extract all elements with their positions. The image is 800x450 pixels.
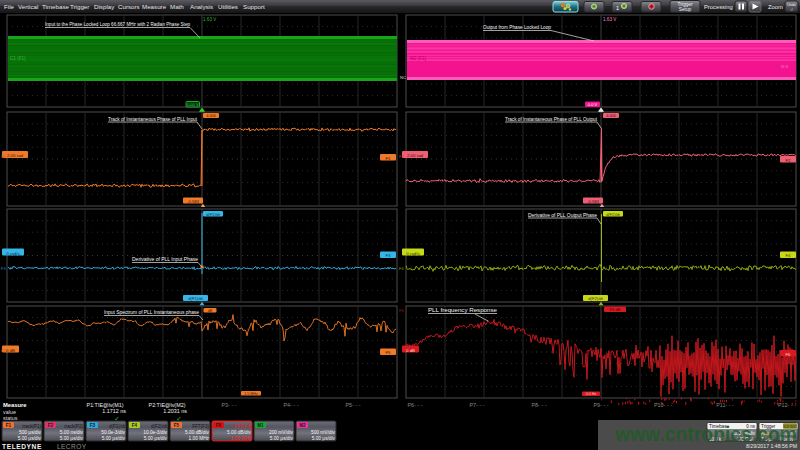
svg-text:F6: F6 — [785, 352, 791, 357]
svg-text:F1: F1 — [1, 154, 6, 159]
svg-text:0.0 Hz: 0.0 Hz — [586, 392, 597, 396]
svg-text:Input to the Phase Locked Loop: Input to the Phase Locked Loop 66.667 MH… — [45, 21, 190, 27]
svg-text:F4: F4 — [132, 423, 138, 428]
svg-text:d(F2)/dt: d(F2)/dt — [588, 296, 603, 301]
svg-text:5.00 dB/div: 5.00 dB/div — [185, 430, 210, 435]
svg-text:✓: ✓ — [176, 415, 181, 422]
svg-text:1.63 V: 1.63 V — [603, 17, 617, 22]
svg-text:FFT(F3): FFT(F3) — [192, 424, 209, 429]
svg-text:F1: F1 — [6, 423, 12, 428]
svg-text:P2:TIE@lv(M2): P2:TIE@lv(M2) — [149, 402, 186, 408]
svg-text:F6: F6 — [399, 308, 404, 313]
svg-text:2.00 rad: 2.00 rad — [7, 153, 24, 158]
svg-text:5.00 µs/div: 5.00 µs/div — [270, 436, 294, 441]
svg-text:F6: F6 — [216, 423, 222, 428]
svg-text:5.00 µs/div: 5.00 µs/div — [144, 436, 168, 441]
svg-text:d(F2)/dt: d(F2)/dt — [606, 212, 621, 217]
svg-text:5.00 µs/div: 5.00 µs/div — [102, 436, 126, 441]
svg-text:Timebase: Timebase — [42, 3, 69, 10]
svg-text:0 dB: 0 dB — [6, 348, 15, 353]
svg-text:-0.583: -0.583 — [187, 199, 200, 204]
svg-text:Utilities: Utilities — [218, 3, 238, 10]
svg-text:NC: NC — [400, 75, 406, 80]
svg-text:d(F2)/dt: d(F2)/dt — [151, 424, 168, 429]
svg-text:5.00 µs/div: 5.00 µs/div — [312, 436, 336, 441]
svg-text:Measure: Measure — [3, 402, 27, 408]
svg-text:F5: F5 — [1, 348, 6, 353]
svg-text:0 rad/s: 0 rad/s — [406, 251, 420, 256]
svg-text:LECROY: LECROY — [57, 443, 87, 450]
svg-text:C1 (F1): C1 (F1) — [10, 56, 26, 61]
svg-text:M.8: M.8 — [781, 64, 789, 69]
svg-text:P7- - -: P7- - - — [470, 402, 485, 408]
svg-text:50.0e-3/div: 50.0e-3/div — [101, 430, 125, 435]
svg-text:Derivative of PLL Input Phase: Derivative of PLL Input Phase — [132, 256, 198, 262]
svg-text:track(P2): track(P2) — [64, 424, 83, 429]
svg-text:500 µs/div: 500 µs/div — [19, 430, 42, 435]
svg-text:FFT(F4): FFT(F4) — [234, 424, 251, 429]
svg-text:5.00 dB/div: 5.00 dB/div — [227, 430, 252, 435]
svg-text:Cursors: Cursors — [118, 3, 140, 10]
svg-text:www.cntronics.com: www.cntronics.com — [614, 423, 797, 445]
svg-text:File: File — [4, 3, 15, 10]
svg-text:P9- - -: P9- - - — [594, 402, 609, 408]
svg-text:Setup: Setup — [679, 7, 692, 12]
svg-text:P4- - -: P4- - - — [284, 402, 299, 408]
svg-text:-0.583: -0.583 — [587, 199, 600, 204]
svg-text:5.00 µs/div: 5.00 µs/div — [60, 436, 84, 441]
svg-text:5.00 ns/div: 5.00 ns/div — [60, 430, 84, 435]
svg-text:d(F1)/dt: d(F1)/dt — [188, 296, 203, 301]
svg-text:1.00 MHz: 1.00 MHz — [188, 436, 209, 441]
svg-text:F6 dB: F6 dB — [610, 307, 621, 312]
svg-text:P6- - -: P6- - - — [408, 402, 423, 408]
svg-text:Trigger: Trigger — [677, 2, 692, 7]
svg-text:Input Spectrum of PLL Instanta: Input Spectrum of PLL Instantaneous phas… — [104, 309, 199, 315]
svg-text:PLL frequency Response: PLL frequency Response — [428, 307, 497, 313]
svg-text:Trigger: Trigger — [70, 3, 89, 10]
svg-text:track(P1): track(P1) — [22, 424, 41, 429]
svg-text:5.00 µs/div: 5.00 µs/div — [18, 436, 42, 441]
svg-text:200 mV/div: 200 mV/div — [269, 430, 294, 435]
svg-text:Track of Instantaneous Phase o: Track of Instantaneous Phase of PLL Inpu… — [108, 116, 198, 122]
svg-text:Support: Support — [243, 3, 265, 10]
svg-text:F2: F2 — [785, 158, 791, 163]
svg-text:1.00 MHz: 1.00 MHz — [230, 436, 251, 441]
svg-text:F2: F2 — [399, 154, 404, 159]
svg-text:10.0e-3/div: 10.0e-3/div — [143, 430, 167, 435]
svg-text:P3- - -: P3- - - — [222, 402, 237, 408]
svg-text:P8- - -: P8- - - — [532, 402, 547, 408]
svg-text:Output from Phase Locked Loop: Output from Phase Locked Loop — [483, 24, 551, 30]
svg-text:1.2031 ns: 1.2031 ns — [163, 408, 187, 414]
svg-text:Track of Instantaneous Phase o: Track of Instantaneous Phase of PLL Outp… — [505, 116, 598, 122]
svg-text:0.00 V: 0.00 V — [187, 102, 199, 107]
svg-text:0 rad/s: 0 rad/s — [6, 251, 20, 256]
svg-text:P1:TIE@lv(M1): P1:TIE@lv(M1) — [87, 402, 124, 408]
svg-text:P5- - -: P5- - - — [346, 402, 361, 408]
svg-text:status: status — [3, 415, 18, 421]
svg-text:F3: F3 — [90, 423, 96, 428]
svg-text:d(F1)/dt: d(F1)/dt — [206, 212, 221, 217]
svg-text:4.004: 4.004 — [606, 114, 616, 118]
svg-text:2.00 rad: 2.00 rad — [407, 153, 424, 158]
svg-text:F2: F2 — [48, 423, 54, 428]
svg-text:Math: Math — [170, 3, 184, 10]
svg-text:✓: ✓ — [114, 415, 119, 422]
svg-text:Vertical: Vertical — [18, 3, 38, 10]
svg-text:Zoom: Zoom — [768, 4, 783, 10]
svg-text:Analysis: Analysis — [190, 3, 213, 10]
svg-text:F4: F4 — [399, 266, 404, 271]
svg-text:M1: M1 — [257, 423, 264, 428]
svg-text:1.63 V: 1.63 V — [203, 17, 217, 22]
svg-text:0 dB: 0 dB — [406, 348, 415, 353]
svg-text:1: 1 — [616, 5, 619, 11]
svg-text:F3: F3 — [1, 266, 6, 271]
svg-text:Measure: Measure — [142, 3, 167, 10]
svg-text:TELEDYNE: TELEDYNE — [2, 443, 42, 450]
svg-text:M2 (F1): M2 (F1) — [410, 56, 427, 61]
svg-text:F3: F3 — [385, 253, 391, 258]
svg-text:dB: dB — [208, 309, 213, 313]
svg-text:F1: F1 — [385, 156, 391, 161]
svg-text:M2: M2 — [299, 423, 306, 428]
svg-text:P10- - -: P10- - - — [654, 402, 672, 408]
svg-text:2.5 MHz: 2.5 MHz — [244, 392, 258, 396]
